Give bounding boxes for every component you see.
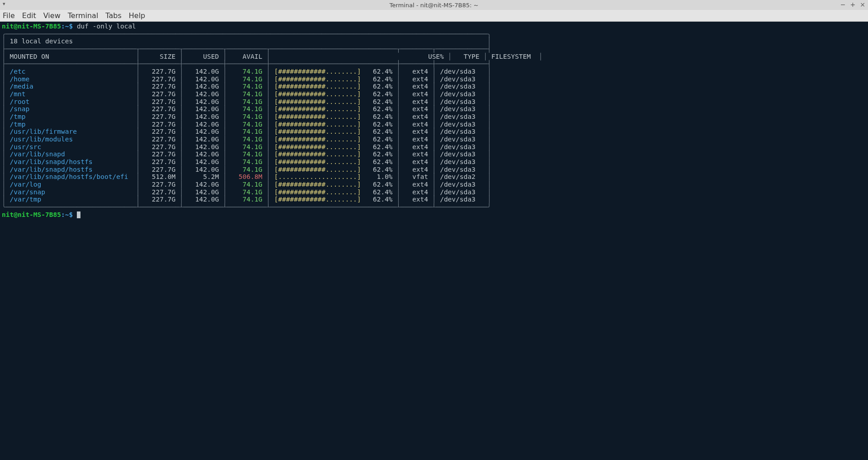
close-icon[interactable]: × — [860, 1, 865, 8]
window-titlebar: ▾ Terminal - nit@nit-MS-7B85: ~ − + × — [0, 0, 868, 10]
terminal-output[interactable]: nit@nit-MS-7B85:~$ duf -only local ╭────… — [0, 22, 868, 460]
menu-edit[interactable]: Edit — [22, 11, 36, 20]
maximize-icon[interactable]: + — [850, 1, 856, 8]
menu-help[interactable]: Help — [129, 11, 145, 20]
window-title: Terminal - nit@nit-MS-7B85: ~ — [390, 2, 479, 9]
minimize-icon[interactable]: − — [840, 1, 846, 8]
app-menu-icon[interactable]: ▾ — [3, 1, 5, 7]
menu-file[interactable]: File — [3, 11, 15, 20]
menu-terminal[interactable]: Terminal — [68, 11, 99, 20]
menu-tabs[interactable]: Tabs — [105, 11, 121, 20]
menu-view[interactable]: View — [43, 11, 61, 20]
terminal-cursor — [77, 211, 80, 218]
menubar: File Edit View Terminal Tabs Help — [0, 10, 868, 22]
